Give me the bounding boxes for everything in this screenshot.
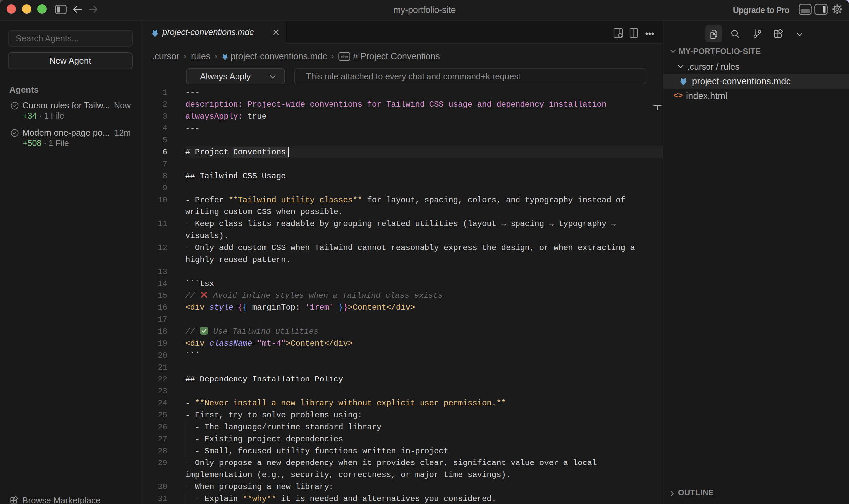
svg-text:abc: abc: [341, 54, 348, 59]
